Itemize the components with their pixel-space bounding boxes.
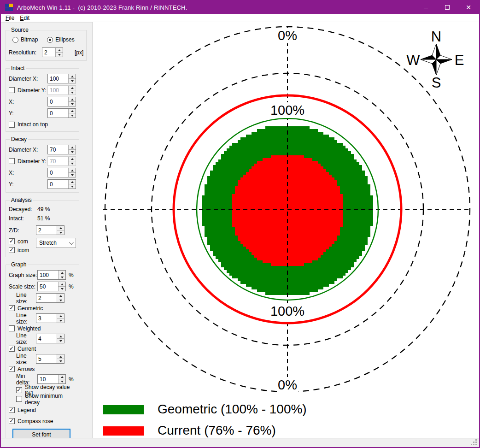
show-decay-value-checkbox[interactable] — [16, 387, 22, 393]
spin-down-button[interactable] — [69, 113, 76, 118]
menu-file[interactable]: File — [3, 14, 17, 22]
spin-up-button[interactable] — [69, 157, 76, 161]
minimize-button[interactable]: – — [416, 1, 437, 14]
decay-x-value: 0 — [48, 168, 68, 177]
current-label: Current — [18, 346, 36, 352]
icom-checkbox[interactable] — [9, 247, 15, 253]
spin-up-button[interactable] — [57, 226, 64, 230]
up-arrow-icon — [71, 87, 74, 89]
ellipses-radio[interactable] — [47, 37, 53, 43]
intact-on-top-checkbox[interactable] — [9, 122, 15, 128]
spin-up-button[interactable] — [57, 334, 64, 338]
intact-x-spinner[interactable]: 0 — [47, 97, 76, 106]
resolution-spinner[interactable]: 2 — [42, 47, 63, 57]
arrows-checkbox[interactable] — [9, 366, 15, 372]
decay-diameter-x-value: 70 — [48, 145, 68, 154]
legend-label: Geometric (100% - 100%) — [158, 402, 307, 416]
compass-rose-checkbox[interactable] — [9, 418, 15, 424]
spin-up-button[interactable] — [69, 180, 76, 184]
spin-up-button[interactable] — [69, 74, 76, 78]
decay-x-spinner[interactable]: 0 — [47, 168, 76, 177]
spin-down-button[interactable] — [57, 298, 64, 302]
spin-down-button[interactable] — [69, 101, 76, 106]
scale-size-spinner[interactable]: 50 — [37, 282, 66, 291]
set-font-button[interactable]: Set font — [12, 429, 70, 438]
chevron-down-icon — [69, 240, 74, 245]
spin-up-button[interactable] — [69, 168, 76, 172]
spin-down-button[interactable] — [69, 90, 76, 94]
down-arrow-icon — [59, 320, 62, 322]
spin-down-button[interactable] — [56, 52, 63, 57]
show-minimum-decay-checkbox[interactable] — [16, 396, 22, 402]
decay-diameter-x-spinner[interactable]: 70 — [47, 145, 76, 154]
current-checkbox[interactable] — [9, 346, 15, 352]
intact-diameter-x-spinner[interactable]: 100 — [47, 74, 76, 83]
spin-up-button[interactable] — [59, 282, 65, 286]
resize-grip-icon[interactable] — [475, 444, 477, 445]
scale-line-size-spinner[interactable]: 2 — [36, 293, 64, 303]
spin-down-button[interactable] — [57, 230, 64, 235]
intact-y-spinner[interactable]: 0 — [47, 108, 76, 118]
weighted-line-size-spinner[interactable]: 4 — [36, 334, 64, 343]
intact-diameter-y-spinner[interactable]: 100 — [47, 85, 76, 95]
spin-down-button[interactable] — [57, 318, 64, 323]
weighted-checkbox[interactable] — [9, 325, 15, 331]
decay-diameter-y-checkbox[interactable] — [9, 158, 15, 164]
spin-down-button[interactable] — [57, 338, 64, 343]
spin-up-button[interactable] — [59, 271, 65, 275]
scale-size-value: 50 — [38, 282, 58, 291]
up-arrow-icon — [58, 49, 61, 51]
bitmap-radio[interactable] — [12, 37, 18, 43]
geometric-line-size-spinner[interactable]: 3 — [36, 313, 64, 323]
down-arrow-icon — [71, 174, 74, 176]
intact-diameter-y-label: Diameter Y: — [18, 87, 46, 94]
up-arrow-icon — [61, 272, 64, 274]
graph-size-spinner[interactable]: 100 — [37, 270, 66, 280]
group-graph-title: Graph — [10, 261, 28, 268]
group-analysis-title: Analysis — [10, 197, 33, 203]
spin-up-button[interactable] — [59, 375, 65, 379]
up-arrow-icon — [59, 356, 62, 358]
spin-down-button[interactable] — [69, 184, 76, 189]
maximize-button[interactable] — [437, 1, 458, 14]
legend-checkbox[interactable] — [9, 407, 15, 413]
current-line-size-spinner[interactable]: 5 — [36, 354, 64, 364]
min-delta-spinner[interactable]: 10 — [37, 374, 66, 384]
com-label: com — [18, 238, 28, 245]
geometric-checkbox[interactable] — [9, 305, 15, 311]
zd-spinner[interactable]: 2 — [36, 225, 64, 235]
spin-down-button[interactable] — [59, 379, 65, 383]
close-button[interactable]: ✕ — [458, 1, 479, 14]
axis-percent-label: 0% — [278, 28, 297, 43]
spin-up-button[interactable] — [69, 86, 76, 90]
stretch-dropdown[interactable]: Stretch — [36, 238, 76, 248]
spin-up-button[interactable] — [57, 294, 64, 298]
spin-down-button[interactable] — [69, 161, 76, 165]
weighted-line-size-value: 4 — [36, 334, 57, 343]
com-checkbox[interactable] — [9, 238, 15, 244]
spin-up-button[interactable] — [57, 314, 64, 318]
ellipses-radio-label: Ellipses — [55, 36, 74, 43]
decay-diameter-y-spinner[interactable]: 70 — [47, 156, 76, 166]
spin-up-button[interactable] — [69, 109, 76, 113]
spin-up-button[interactable] — [56, 48, 63, 52]
spin-down-button[interactable] — [69, 149, 76, 154]
intact-diameter-y-checkbox[interactable] — [9, 87, 15, 93]
down-arrow-icon — [71, 92, 74, 94]
group-graph: Graph Graph size: 100 % Scale size: 50 %… — [6, 261, 79, 438]
spin-down-button[interactable] — [69, 172, 76, 177]
spin-down-button[interactable] — [69, 78, 76, 83]
decay-y-spinner[interactable]: 0 — [47, 179, 76, 189]
menu-edit[interactable]: Edit — [17, 14, 32, 22]
spin-up-button[interactable] — [57, 354, 64, 359]
down-arrow-icon — [71, 80, 74, 82]
show-minimum-decay-label: Show minimum decay — [25, 393, 76, 406]
down-arrow-icon — [71, 186, 74, 188]
spin-down-button[interactable] — [59, 275, 65, 279]
spin-up-button[interactable] — [69, 145, 76, 149]
spin-up-button[interactable] — [69, 97, 76, 101]
spin-down-button[interactable] — [57, 359, 64, 363]
intact-diameter-x-value: 100 — [48, 74, 68, 83]
spin-down-button[interactable] — [59, 286, 65, 291]
up-arrow-icon — [61, 283, 64, 285]
